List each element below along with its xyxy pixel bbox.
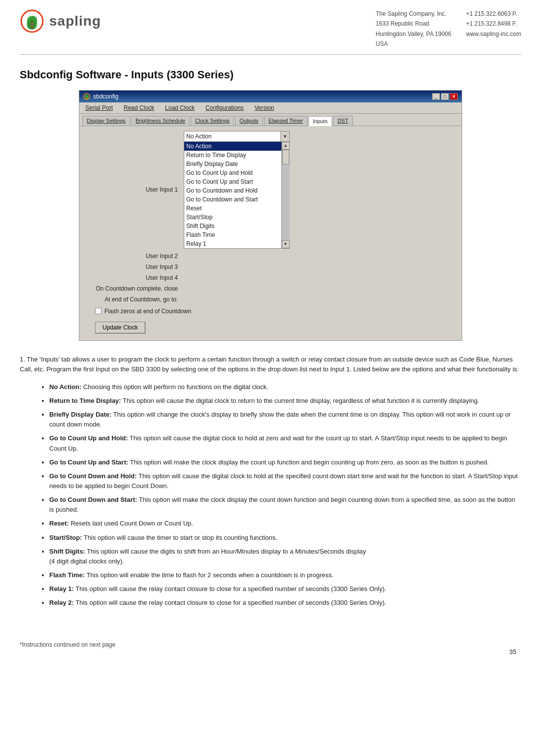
window-tabbar: Display Settings Brightness Schedule Clo… — [79, 114, 462, 126]
bullet-flash-time: Flash Time: This option will enable the … — [49, 570, 521, 580]
dropdown-item-no-action[interactable]: No Action — [184, 142, 281, 151]
tab-brightness-schedule[interactable]: Brightness Schedule — [131, 116, 190, 126]
bullet-countdown-start: Go to Count Down and Start: This option … — [49, 495, 521, 515]
form-row-user-input-4: User Input 4 — [85, 274, 456, 281]
label-countdown-end: At end of Countdown, go to: — [85, 296, 184, 303]
dropdown-item-flash-time[interactable]: Flash Time — [184, 230, 281, 239]
dropdown-item-countdown-hold[interactable]: Go to Countdown and Hold — [184, 186, 281, 195]
company-phone: +1 215.322.6063 P. — [466, 9, 521, 19]
checkbox-flash-zeros[interactable] — [95, 308, 101, 314]
dropdown-list-user-input-1: No Action Return to Time Display Briefly… — [184, 142, 290, 249]
bullet-relay1: Relay 1: This option will cause the rela… — [49, 584, 521, 594]
checkbox-row-flash-zeros: Flash zeros at end of Countdown — [95, 308, 456, 315]
dropdown-scrollbar[interactable]: ▲ ▼ — [281, 142, 289, 248]
label-user-input-1: User Input 1 — [85, 186, 184, 193]
tab-display-settings[interactable]: Display Settings — [82, 116, 130, 126]
bullet-countdown-hold: Go to Count Down and Hold: This option w… — [49, 471, 521, 491]
dropdown-item-countdown-start[interactable]: Go to Countdown and Start — [184, 195, 281, 204]
scroll-track — [282, 150, 290, 240]
bullet-term-relay1: Relay 1: — [49, 585, 74, 592]
dropdown-item-shift-digits[interactable]: Shift Digits — [184, 222, 281, 230]
menu-configurations[interactable]: Configurations — [203, 103, 246, 112]
bullet-term-briefly-date: Briefly Display Date: — [49, 411, 111, 418]
inputs-form: User Input 1 No Action ▼ No Action Retur — [85, 131, 456, 333]
footnote: *Instructions continued on next page — [0, 641, 541, 648]
bullet-text-briefly-date: This option will change the clock's disp… — [49, 411, 511, 428]
svg-rect-4 — [31, 22, 33, 29]
company-street: 1633 Republic Road — [376, 19, 451, 29]
bullet-term-reset: Reset: — [49, 520, 69, 527]
form-row-user-input-2: User Input 2 — [85, 253, 456, 260]
bullet-term-count-up-start: Go to Count Up and Start: — [49, 459, 128, 466]
tab-inputs[interactable]: Inputs — [308, 116, 332, 126]
intro-text: 1. The ‘Inputs’ tab allows a user to pro… — [20, 355, 521, 374]
window-title-left: sbdconfig — [83, 93, 118, 100]
dropdown-item-count-up-hold[interactable]: Go to Count Up and Hold — [184, 168, 281, 177]
dropdown-item-relay1[interactable]: Relay 1 — [184, 239, 281, 248]
bullet-text-no-action: Choosing this option will perform no fun… — [83, 383, 269, 391]
company-address: The Sapling Company, Inc. 1633 Republic … — [376, 9, 451, 49]
window-controls: _ □ ✕ — [432, 93, 458, 100]
label-user-input-2: User Input 2 — [85, 253, 184, 260]
combo-top-user-input-1[interactable]: No Action ▼ — [184, 131, 290, 142]
bullet-text-flash-time: This option will enable the time to flas… — [86, 571, 334, 579]
page-title-area: Sbdconfig Software - Inputs (3300 Series… — [0, 55, 541, 90]
window-titlebar: sbdconfig _ □ ✕ — [79, 91, 462, 102]
bullet-term-no-action: No Action: — [49, 383, 81, 391]
menu-load-clock[interactable]: Load Clock — [162, 103, 198, 112]
update-btn-area: Update Clock — [85, 320, 456, 333]
scroll-up-btn[interactable]: ▲ — [282, 142, 290, 150]
maximize-button[interactable]: □ — [441, 93, 449, 100]
bullet-text-reset: Resets last used Count Down or Count Up. — [70, 520, 193, 527]
bullet-text-relay1: This option will cause the relay contact… — [75, 585, 386, 592]
menu-read-clock[interactable]: Read Clock — [121, 103, 157, 112]
header: sapling The Sapling Company, Inc. 1633 R… — [0, 0, 541, 54]
tab-outputs[interactable]: Outputs — [235, 116, 263, 126]
combo-dropdown-btn[interactable]: ▼ — [280, 131, 289, 141]
dropdown-item-return-time[interactable]: Return to Time Display — [184, 151, 281, 160]
bullet-term-countdown-hold: Go to Count Down and Hold: — [49, 472, 137, 480]
tab-elapsed-timer[interactable]: Elapsed Timer — [264, 116, 307, 126]
sapling-logo-icon — [20, 9, 44, 33]
update-clock-button[interactable]: Update Clock — [95, 322, 145, 333]
company-info: The Sapling Company, Inc. 1633 Republic … — [376, 9, 522, 49]
form-row-countdown-complete: On Countdown complete, close — [85, 285, 456, 292]
tab-clock-settings[interactable]: Clock Settings — [191, 116, 234, 126]
tab-dst[interactable]: DST — [333, 116, 353, 126]
dropdown-list-inner: No Action Return to Time Display Briefly… — [184, 142, 281, 248]
scroll-down-btn[interactable]: ▼ — [282, 240, 290, 248]
dropdown-item-count-up-start[interactable]: Go to Count Up and Start — [184, 177, 281, 186]
bullet-relay2: Relay 2: This option will cause the rela… — [49, 598, 521, 608]
window-icon — [83, 93, 90, 100]
bullet-text-shift-digits-2: (4 digit digital clocks only). — [49, 558, 124, 565]
bullet-text-return-time: This option will cause the digital clock… — [123, 397, 479, 404]
company-city: Huntingdon Valley, PA 19006 — [376, 29, 451, 39]
menu-version[interactable]: Version — [252, 103, 277, 112]
dropdown-item-reset[interactable]: Reset — [184, 204, 281, 213]
page-number-area: 35 — [0, 648, 541, 665]
dropdown-item-start-stop[interactable]: Start/Stop — [184, 213, 281, 222]
bullet-term-return-time: Return to Time Display: — [49, 397, 121, 404]
bullet-term-start-stop: Start/Stop: — [49, 534, 82, 541]
dropdown-item-briefly-date[interactable]: Briefly Display Date — [184, 160, 281, 168]
window-body: User Input 1 No Action ▼ No Action Retur — [79, 126, 462, 340]
menu-serial-port[interactable]: Serial Port — [82, 103, 116, 112]
form-row-countdown-end: At end of Countdown, go to: — [85, 296, 456, 303]
bullet-term-count-up-hold: Go to Count Up and Hold: — [49, 434, 128, 442]
scroll-thumb — [282, 150, 289, 164]
bullet-return-time: Return to Time Display: This option will… — [49, 396, 521, 406]
bullet-no-action: No Action: Choosing this option will per… — [49, 382, 521, 392]
dropdown-area-user-input-1: No Action ▼ No Action Return to Time Dis… — [184, 131, 290, 249]
company-country: USA — [376, 39, 451, 49]
label-countdown-complete: On Countdown complete, close — [85, 285, 184, 292]
control-user-input-1: No Action ▼ No Action Return to Time Dis… — [184, 131, 456, 249]
bullet-briefly-date: Briefly Display Date: This option will c… — [49, 410, 521, 429]
bullet-count-up-hold: Go to Count Up and Hold: This option wil… — [49, 433, 521, 453]
close-button[interactable]: ✕ — [450, 93, 458, 100]
minimize-button[interactable]: _ — [432, 93, 440, 100]
company-fax: +1 215.322.8498 F. — [466, 19, 521, 29]
page-title: Sbdconfig Software - Inputs (3300 Series… — [20, 68, 521, 81]
bullet-reset: Reset: Resets last used Count Down or Co… — [49, 519, 521, 528]
label-user-input-4: User Input 4 — [85, 274, 184, 281]
bullet-term-relay2: Relay 2: — [49, 599, 74, 606]
